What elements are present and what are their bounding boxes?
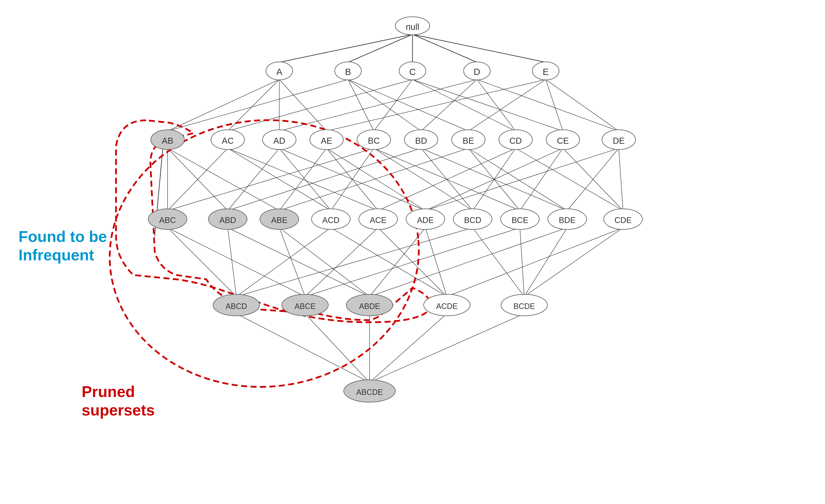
svg-text:ABD: ABD — [219, 216, 236, 225]
svg-text:ABE: ABE — [271, 216, 288, 225]
svg-text:DE: DE — [613, 136, 625, 145]
svg-text:ADE: ADE — [417, 216, 434, 225]
svg-line-5 — [412, 34, 546, 62]
svg-line-21 — [477, 79, 619, 131]
svg-line-47 — [468, 148, 567, 211]
svg-line-77 — [236, 314, 370, 382]
svg-line-37 — [326, 148, 425, 211]
svg-line-51 — [425, 148, 563, 211]
svg-line-11 — [348, 79, 374, 131]
svg-line-75 — [447, 228, 623, 296]
svg-line-69 — [236, 228, 473, 296]
pruned-supersets-label: Pruned supersets — [82, 382, 211, 420]
svg-line-63 — [236, 228, 331, 296]
svg-text:AC: AC — [222, 136, 234, 145]
svg-line-23 — [468, 79, 546, 131]
svg-line-39 — [331, 148, 374, 211]
svg-line-74 — [524, 228, 567, 296]
svg-text:BD: BD — [415, 136, 427, 145]
svg-text:ACD: ACD — [322, 216, 340, 225]
svg-line-13 — [348, 79, 468, 131]
found-infrequent-label: Found to be Infrequent — [18, 227, 147, 265]
svg-line-50 — [516, 148, 623, 211]
svg-line-70 — [473, 228, 524, 296]
svg-text:BDE: BDE — [559, 216, 576, 225]
svg-line-20 — [477, 79, 516, 131]
svg-text:CDE: CDE — [614, 216, 632, 225]
svg-text:B: B — [345, 67, 351, 77]
svg-line-52 — [520, 148, 563, 211]
svg-text:A: A — [276, 67, 282, 77]
svg-line-33 — [279, 148, 331, 211]
svg-line-22 — [326, 79, 546, 131]
svg-line-25 — [546, 79, 619, 131]
svg-text:BC: BC — [368, 136, 380, 145]
svg-line-57 — [168, 228, 236, 296]
svg-line-72 — [520, 228, 524, 296]
svg-line-71 — [305, 228, 520, 296]
svg-line-42 — [228, 148, 421, 211]
svg-line-10 — [168, 79, 348, 131]
svg-text:BCD: BCD — [464, 216, 481, 225]
svg-text:ABCE: ABCE — [295, 302, 316, 311]
svg-line-67 — [370, 228, 425, 296]
svg-line-32 — [228, 148, 279, 211]
svg-line-58 — [168, 228, 305, 296]
svg-text:E: E — [543, 67, 549, 77]
svg-line-28 — [168, 148, 279, 211]
svg-line-61 — [279, 228, 305, 296]
svg-line-16 — [412, 79, 516, 131]
svg-line-62 — [279, 228, 370, 296]
svg-text:CE: CE — [557, 136, 569, 145]
svg-line-73 — [370, 228, 567, 296]
svg-text:AB: AB — [162, 136, 173, 145]
svg-line-80 — [370, 314, 447, 382]
svg-text:null: null — [406, 22, 419, 31]
svg-text:BE: BE — [463, 136, 474, 145]
svg-line-40 — [374, 148, 473, 211]
svg-line-4 — [412, 34, 477, 62]
svg-text:D: D — [474, 67, 480, 77]
svg-line-6 — [168, 79, 279, 131]
svg-line-76 — [524, 228, 623, 296]
svg-text:ABCD: ABCD — [226, 302, 247, 311]
svg-text:ACE: ACE — [370, 216, 386, 225]
svg-line-1 — [279, 34, 412, 62]
svg-line-38 — [168, 148, 374, 211]
svg-line-19 — [421, 79, 477, 131]
svg-text:C: C — [409, 67, 416, 77]
svg-text:AD: AD — [273, 136, 285, 145]
svg-text:ABC: ABC — [159, 216, 176, 225]
svg-line-18 — [279, 79, 477, 131]
svg-line-56 — [619, 148, 623, 211]
svg-line-17 — [412, 79, 563, 131]
svg-line-15 — [374, 79, 412, 131]
svg-line-30 — [228, 148, 331, 211]
svg-line-54 — [425, 148, 619, 211]
svg-text:CD: CD — [509, 136, 522, 145]
svg-text:ACDE: ACDE — [436, 302, 458, 311]
svg-line-78 — [305, 314, 370, 382]
svg-text:ABCDE: ABCDE — [356, 388, 383, 397]
svg-line-65 — [305, 228, 378, 296]
svg-line-55 — [567, 148, 619, 211]
svg-line-48 — [378, 148, 516, 211]
svg-text:BCDE: BCDE — [514, 302, 535, 311]
svg-text:AE: AE — [321, 136, 332, 145]
svg-line-35 — [279, 148, 326, 211]
svg-line-68 — [425, 228, 447, 296]
svg-text:ABDE: ABDE — [359, 302, 380, 311]
svg-line-59 — [228, 228, 236, 296]
svg-text:BCE: BCE — [512, 216, 528, 225]
svg-line-2 — [348, 34, 412, 62]
